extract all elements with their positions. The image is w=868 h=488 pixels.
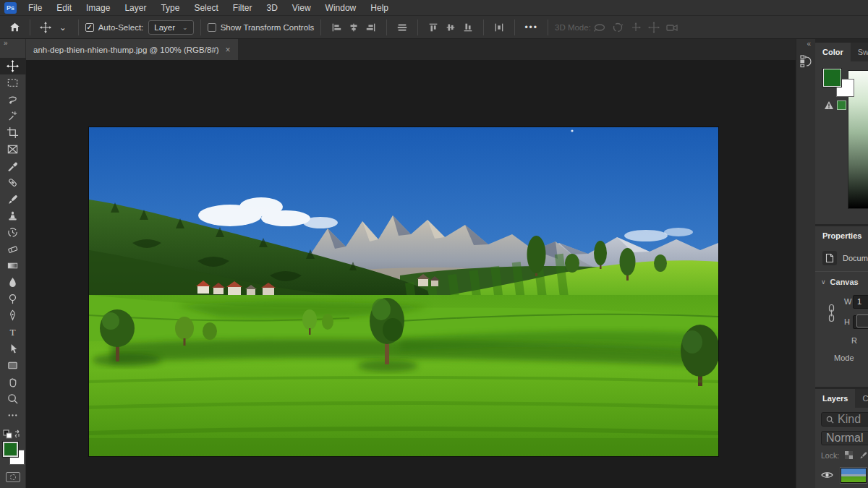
toolbar-collapse-icon[interactable]: » <box>0 39 8 48</box>
crop-tool[interactable] <box>0 124 26 141</box>
align-right-icon[interactable] <box>362 19 380 36</box>
path-selection-tool[interactable] <box>0 341 26 357</box>
dock-collapse-icon[interactable]: « <box>807 39 815 48</box>
zoom-tool[interactable] <box>0 390 26 407</box>
clone-stamp-tool[interactable] <box>0 207 26 224</box>
color-panel-foreground-swatch[interactable] <box>823 69 841 87</box>
distribute-center-icon[interactable] <box>442 19 459 36</box>
pen-tool[interactable] <box>0 307 26 324</box>
eyedropper-tool[interactable] <box>0 158 26 174</box>
menu-type[interactable]: Type <box>153 0 187 16</box>
color-swatch-pair[interactable] <box>1 442 25 466</box>
auto-select-checkbox[interactable]: ✓ <box>85 23 94 32</box>
menu-3d[interactable]: 3D <box>259 0 284 16</box>
blend-mode-dropdown[interactable]: Normal <box>821 431 868 445</box>
menu-edit[interactable]: Edit <box>49 0 79 16</box>
distribute-bottom-icon[interactable] <box>459 19 477 36</box>
menu-image[interactable]: Image <box>79 0 117 16</box>
object-selection-tool[interactable] <box>0 108 26 124</box>
history-panel-icon[interactable] <box>798 52 814 71</box>
menu-layer[interactable]: Layer <box>117 0 153 16</box>
quick-mask-button[interactable] <box>6 472 20 482</box>
document-properties-icon <box>822 251 837 265</box>
layer-visibility-eye-icon[interactable] <box>821 471 833 479</box>
3d-slide-icon <box>645 19 663 36</box>
landscape-image[interactable] <box>89 127 718 456</box>
tab-properties[interactable]: Properties <box>815 226 868 245</box>
show-transform-checkbox[interactable] <box>208 23 216 32</box>
foreground-color-swatch[interactable] <box>3 442 18 457</box>
chevron-down-icon[interactable]: ∨ <box>821 278 826 286</box>
layer-filter-field[interactable]: Kind <box>821 412 868 427</box>
blur-tool[interactable] <box>0 274 26 291</box>
document-tab-bar: anh-dep-thien-nhien-thump.jpg @ 100% (RG… <box>26 39 796 60</box>
gradient-tool[interactable] <box>0 257 26 274</box>
menu-view[interactable]: View <box>285 0 318 16</box>
align-left-icon[interactable] <box>328 19 345 36</box>
mode-label: Mode <box>834 354 854 362</box>
orientation-button[interactable] <box>856 314 868 328</box>
align-middle-icon[interactable] <box>393 19 411 36</box>
auto-select-target-dropdown[interactable]: Layer ⌄ <box>148 20 193 35</box>
tab-color[interactable]: Color <box>815 43 851 61</box>
3d-roll-icon <box>609 19 627 36</box>
close-tab-icon[interactable]: × <box>226 45 231 55</box>
layer-thumbnail[interactable] <box>841 468 867 483</box>
width-field[interactable]: 1 <box>853 295 868 309</box>
rectangular-marquee-tool[interactable] <box>0 74 26 91</box>
separator <box>483 20 484 35</box>
rectangle-tool[interactable] <box>0 357 26 374</box>
gamut-warning-icon[interactable] <box>824 100 834 110</box>
resolution-label: R <box>851 336 857 345</box>
layer-row[interactable] <box>815 466 868 484</box>
more-options-button[interactable]: ••• <box>522 22 541 33</box>
distribute-horizontal-icon[interactable] <box>490 19 508 36</box>
distribute-top-icon[interactable] <box>425 19 442 36</box>
move-preset-caret-icon[interactable]: ⌄ <box>54 20 72 35</box>
3d-pan-icon <box>627 19 645 36</box>
document-properties-label: Document <box>843 254 868 262</box>
lasso-tool[interactable] <box>0 91 26 108</box>
menu-file[interactable]: File <box>21 0 49 16</box>
options-bar: ⌄ ✓ Auto-Select: Layer ⌄ Show Transform … <box>0 16 868 39</box>
document-title: anh-dep-thien-nhien-thump.jpg @ 100% (RG… <box>33 46 219 54</box>
layer-filter-placeholder: Kind <box>838 413 861 426</box>
align-center-horizontal-icon[interactable] <box>345 19 362 36</box>
tab-swatches[interactable]: Swatches <box>851 43 868 61</box>
panels-column: Color Swatches Properties <box>815 39 868 488</box>
photoshop-window: Ps File Edit Image Layer Type Select Fil… <box>0 0 868 488</box>
type-tool[interactable]: T <box>0 324 26 341</box>
canvas-section-label: Canvas <box>830 278 859 286</box>
chevron-down-icon: ⌄ <box>182 24 188 31</box>
document-tab[interactable]: anh-dep-thien-nhien-thump.jpg @ 100% (RG… <box>26 39 238 60</box>
move-tool-preset-icon[interactable] <box>37 19 54 36</box>
menu-select[interactable]: Select <box>187 0 225 16</box>
lock-pixels-icon[interactable] <box>859 450 868 460</box>
tab-channels[interactable]: Channels <box>855 389 868 408</box>
eraser-tool[interactable] <box>0 241 26 257</box>
home-icon[interactable] <box>6 19 23 36</box>
separator <box>30 20 30 35</box>
blend-mode-value: Normal <box>826 432 864 445</box>
frame-tool[interactable] <box>0 141 26 158</box>
menu-help[interactable]: Help <box>363 0 396 16</box>
hand-tool[interactable] <box>0 374 26 390</box>
dodge-tool[interactable] <box>0 291 26 307</box>
lock-transparency-icon[interactable] <box>844 450 854 460</box>
show-transform-label: Show Transform Controls <box>221 23 315 32</box>
tab-layers[interactable]: Layers <box>815 389 855 408</box>
quick-mask-circle-icon <box>10 474 16 480</box>
search-icon <box>826 416 834 424</box>
edit-toolbar-button[interactable] <box>0 407 26 424</box>
spot-healing-brush-tool[interactable] <box>0 174 26 191</box>
move-tool[interactable] <box>0 58 26 74</box>
brush-tool[interactable] <box>0 191 26 207</box>
gamut-color-swatch[interactable] <box>837 100 846 110</box>
separator <box>548 20 548 35</box>
menu-filter[interactable]: Filter <box>226 0 260 16</box>
default-colors-icon[interactable] <box>3 429 19 440</box>
canvas-area[interactable] <box>26 60 796 488</box>
menu-window[interactable]: Window <box>318 0 364 16</box>
link-dimensions-icon[interactable] <box>827 304 836 324</box>
history-brush-tool[interactable] <box>0 224 26 241</box>
